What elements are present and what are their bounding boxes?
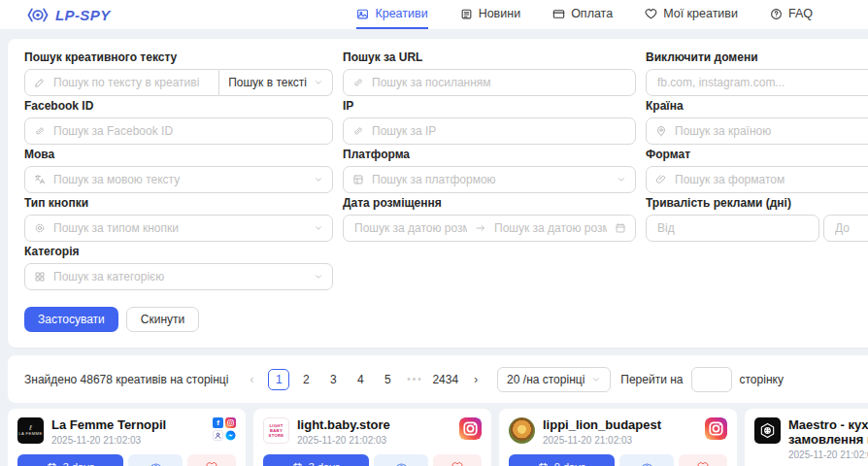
calendar-icon: [292, 462, 303, 466]
nav-news[interactable]: Новини: [460, 0, 521, 29]
avatar: LIGHT BABY STORE: [263, 417, 289, 444]
exclude-domains-input[interactable]: [655, 75, 868, 90]
question-icon: [770, 8, 783, 20]
days-button[interactable]: 3 days: [17, 454, 123, 466]
filter-label: Виключити домени: [646, 50, 868, 64]
text-search-mode-select[interactable]: Пошук в тексті: [219, 69, 333, 96]
nav-my-creatives[interactable]: Мої креативи: [645, 0, 738, 29]
goto-suffix: сторінку: [740, 373, 784, 386]
goto-page-input[interactable]: [691, 367, 732, 392]
results-bar: Знайдено 48678 креативів на сторінці ‹ 1…: [8, 355, 868, 403]
arrow-right-icon: [475, 222, 486, 234]
logo-text: LP-SPY: [55, 7, 111, 23]
language-input[interactable]: [51, 172, 308, 187]
filter-country: Країна: [646, 99, 868, 145]
platform-input[interactable]: [370, 172, 611, 187]
layout-icon: [352, 174, 364, 185]
filter-label: Пошук креативного тексту: [24, 50, 333, 64]
filter-date-range: Дата розміщення: [343, 196, 636, 242]
days-button[interactable]: 0 days: [509, 454, 615, 466]
main-nav: Креативи Новини Оплата Мої креативи FAQ: [324, 0, 813, 29]
button-type-input[interactable]: [51, 220, 308, 236]
paperclip-icon: [655, 174, 667, 185]
date-from-input[interactable]: [352, 220, 469, 236]
category-input[interactable]: [51, 269, 308, 284]
card-title: La Femme Ternopil: [51, 417, 205, 432]
url-input[interactable]: [370, 75, 626, 90]
date-range-picker[interactable]: [343, 215, 636, 242]
creative-card[interactable]: LIGHT BABY STORE light.baby.store 2025-1…: [253, 409, 491, 466]
goto-prefix: Перейти на: [620, 373, 683, 386]
nav-label: Новини: [479, 7, 521, 20]
format-input[interactable]: [673, 172, 868, 187]
filter-exclude-domains: Виключити домени: [646, 50, 868, 96]
country-input[interactable]: [673, 123, 868, 139]
facebook-id-input[interactable]: [51, 123, 323, 139]
favorite-button[interactable]: [187, 454, 236, 466]
gear-icon: [34, 222, 46, 234]
filter-label: IP: [343, 99, 636, 113]
days-button[interactable]: 3 days: [263, 454, 369, 466]
prev-page-icon[interactable]: ‹: [241, 369, 262, 390]
filter-label: Дата розміщення: [343, 196, 636, 210]
view-button[interactable]: [128, 454, 183, 466]
filter-duration: Тривалість реклами (дні): [646, 196, 868, 242]
date-to-input[interactable]: [492, 220, 609, 236]
filter-platform: Платформа: [343, 148, 636, 193]
chevron-down-icon: [314, 78, 323, 87]
audience-network-icon: [213, 430, 223, 441]
pagination-ellipsis[interactable]: •••: [404, 369, 425, 390]
facebook-icon: f: [213, 417, 223, 428]
creative-text-input[interactable]: [51, 75, 210, 90]
platform-select[interactable]: [343, 166, 636, 193]
link-icon: [352, 125, 364, 137]
calendar-icon: [47, 462, 57, 466]
page-size-label: 20 /на сторінці: [507, 373, 584, 386]
page-5[interactable]: 5: [377, 369, 398, 390]
page-4[interactable]: 4: [350, 369, 371, 390]
instagram-icon: [225, 417, 236, 428]
page-2[interactable]: 2: [295, 369, 317, 390]
page-1[interactable]: 1: [268, 369, 289, 390]
grid-icon: [34, 271, 46, 283]
filter-panel: Пошук креативного тексту Пошук в тексті …: [8, 39, 868, 348]
nav-creatives[interactable]: Креативи: [356, 0, 427, 29]
heart-icon: [451, 461, 463, 466]
filter-label: Facebook ID: [24, 99, 333, 113]
apply-button[interactable]: Застосувати: [24, 307, 118, 332]
favorite-button[interactable]: [679, 454, 727, 466]
favorite-button[interactable]: [433, 454, 482, 466]
duration-from-input[interactable]: [655, 220, 810, 236]
logo[interactable]: LP-SPY: [27, 7, 111, 23]
nav-label: Мої креативи: [663, 7, 738, 20]
filter-label: Країна: [646, 99, 868, 113]
view-button[interactable]: [374, 454, 428, 466]
creative-card[interactable]: Maestro - кухні, ме замовлення в Ужго 20…: [745, 409, 868, 466]
language-select[interactable]: [24, 166, 333, 193]
page-last[interactable]: 2434: [431, 369, 459, 390]
nav-faq[interactable]: FAQ: [770, 0, 813, 29]
category-select[interactable]: [24, 263, 333, 290]
eye-icon: [150, 461, 162, 466]
ip-input[interactable]: [370, 123, 626, 139]
card-date: 2025-11-20 21:02:03: [51, 435, 205, 446]
duration-to-input[interactable]: [833, 220, 868, 236]
filter-label: Мова: [24, 148, 333, 161]
card-date: 2025-11-20 21:02:03: [788, 449, 868, 460]
card-date: 2025-11-20 21:02:03: [297, 435, 451, 446]
eye-icon: [641, 461, 653, 466]
heart-icon: [206, 461, 217, 466]
creative-card[interactable]: ℓ LA FEMME La Femme Ternopil 2025-11-20 …: [8, 409, 246, 466]
creative-card[interactable]: lippi_lion_budapest 2025-11-20 21:02:03 …: [499, 409, 737, 466]
next-page-icon[interactable]: ›: [465, 369, 486, 390]
filter-language: Мова: [24, 148, 333, 193]
page-size-select[interactable]: 20 /на сторінці: [497, 367, 611, 392]
reset-button[interactable]: Скинути: [126, 307, 199, 332]
button-type-select[interactable]: [24, 215, 333, 242]
page-3[interactable]: 3: [322, 369, 344, 390]
view-button[interactable]: [619, 454, 674, 466]
chevron-down-icon: [314, 223, 323, 233]
nav-payment[interactable]: Оплата: [552, 0, 613, 29]
link-icon: [352, 77, 364, 88]
nav-label: Креативи: [375, 7, 427, 20]
